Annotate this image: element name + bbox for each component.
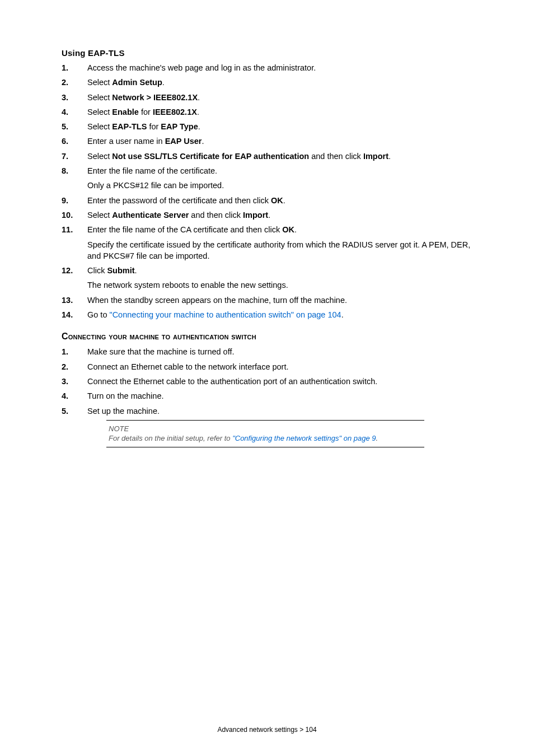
step-number: 4. <box>62 390 87 402</box>
step-number: 9. <box>62 195 87 206</box>
step-text: Make sure that the machine is turned off… <box>87 346 472 357</box>
step-text: Enter the password of the certificate an… <box>87 195 472 206</box>
heading-connecting-switch: Connecting your machine to authenticatio… <box>62 332 472 342</box>
step-item: 5.Select EAP-TLS for EAP Type. <box>62 121 472 132</box>
step-text: Enter the file name of the certificate. <box>87 165 472 176</box>
step-number: 5. <box>62 405 87 417</box>
step-number: 1. <box>62 346 87 357</box>
step-text: When the standby screen appears on the m… <box>87 295 472 306</box>
step-number: 4. <box>62 106 87 118</box>
steps-list-2: 1.Make sure that the machine is turned o… <box>62 346 472 416</box>
step-item: 9.Enter the password of the certificate … <box>62 195 472 206</box>
step-number: 3. <box>62 92 87 103</box>
step-number: 11. <box>62 224 87 235</box>
step-number: 14. <box>62 309 87 320</box>
page-footer: Advanced network settings > 104 <box>0 726 534 734</box>
steps-list-1d: 13.When the standby screen appears on th… <box>62 295 472 321</box>
step-number: 2. <box>62 361 87 372</box>
step-item: 7.Select Not use SSL/TLS Certificate for… <box>62 151 472 162</box>
step-item: 4.Select Enable for IEEE802.1X. <box>62 106 472 118</box>
step-number: 12. <box>62 265 87 276</box>
step-item: 5.Set up the machine. <box>62 405 472 417</box>
step-text: Set up the machine. <box>87 405 472 417</box>
step-text: Select Admin Setup. <box>87 77 472 88</box>
step-text: Connect the Ethernet cable to the authen… <box>87 376 472 387</box>
step-item: 6.Enter a user name in EAP User. <box>62 136 472 147</box>
note-title: NOTE <box>109 424 422 434</box>
step-item: 8.Enter the file name of the certificate… <box>62 165 472 176</box>
step-number: 8. <box>62 165 87 176</box>
note-step12: The network system reboots to enable the… <box>87 279 472 291</box>
note-link[interactable]: "Configuring the network settings" on pa… <box>232 434 376 442</box>
step-number: 6. <box>62 136 87 147</box>
step-text: Enter a user name in EAP User. <box>87 136 472 147</box>
step-text: Enter the file name of the CA certificat… <box>87 224 472 235</box>
step-number: 2. <box>62 77 87 88</box>
step-text: Select Enable for IEEE802.1X. <box>87 106 472 118</box>
heading-using-eap-tls: Using EAP-TLS <box>62 48 472 58</box>
step-item: 14.Go to "Connecting your machine to aut… <box>62 309 472 320</box>
step-item: 10.Select Authenticate Server and then c… <box>62 209 472 221</box>
step-number: 1. <box>62 62 87 73</box>
note-body-pre: For details on the initial setup, refer … <box>109 434 232 442</box>
step-number: 3. <box>62 376 87 387</box>
step-item: 12.Click Submit. <box>62 265 472 276</box>
step-text: Connect an Ethernet cable to the network… <box>87 361 472 372</box>
step-text: Click Submit. <box>87 265 472 276</box>
step-item: 3.Select Network > IEEE802.1X. <box>62 92 472 103</box>
note-body-post: . <box>376 434 378 442</box>
note-body: For details on the initial setup, refer … <box>109 434 378 442</box>
step-number: 7. <box>62 151 87 162</box>
step-text: Access the machine's web page and log in… <box>87 62 472 73</box>
step-item: 4.Turn on the machine. <box>62 390 472 402</box>
step-item: 2.Select Admin Setup. <box>62 77 472 88</box>
steps-list-1b: 9.Enter the password of the certificate … <box>62 195 472 236</box>
step-item: 2.Connect an Ethernet cable to the netwo… <box>62 361 472 372</box>
step-item: 3.Connect the Ethernet cable to the auth… <box>62 376 472 387</box>
step-item: 1.Access the machine's web page and log … <box>62 62 472 73</box>
step-text: Select Authenticate Server and then clic… <box>87 209 472 221</box>
step-item: 13.When the standby screen appears on th… <box>62 295 472 306</box>
step-text: Select Network > IEEE802.1X. <box>87 92 472 103</box>
note-step8: Only a PKCS#12 file can be imported. <box>87 180 472 191</box>
step-item: 11.Enter the file name of the CA certifi… <box>62 224 472 235</box>
step-number: 10. <box>62 209 87 221</box>
steps-list-1a: 1.Access the machine's web page and log … <box>62 62 472 176</box>
note-box: NOTE For details on the initial setup, r… <box>106 420 424 447</box>
step-number: 5. <box>62 121 87 132</box>
note-step11: Specify the certificate issued by the ce… <box>87 239 472 262</box>
step-number: 13. <box>62 295 87 306</box>
step-item: 1.Make sure that the machine is turned o… <box>62 346 472 357</box>
step-text: Turn on the machine. <box>87 390 472 402</box>
step-text: Select Not use SSL/TLS Certificate for E… <box>87 151 472 162</box>
steps-list-1c: 12.Click Submit. <box>62 265 472 276</box>
step-text: Go to "Connecting your machine to authen… <box>87 309 472 320</box>
step-text: Select EAP-TLS for EAP Type. <box>87 121 472 132</box>
